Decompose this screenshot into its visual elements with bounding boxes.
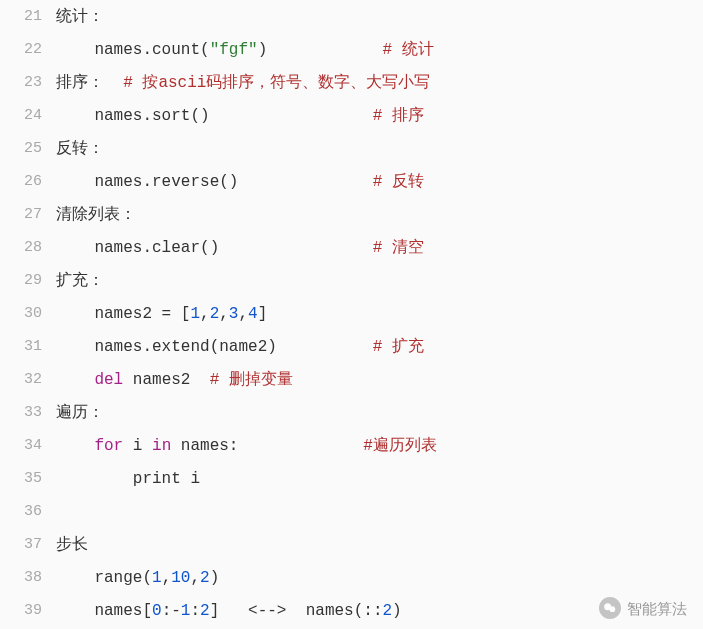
code-content: names.extend(name2) # 扩充 — [56, 339, 424, 355]
code-content: 反转： — [56, 141, 104, 157]
code-token: names.clear() — [56, 239, 373, 257]
code-token: i — [181, 470, 200, 488]
code-content: names[0:-1:2] <--> names(::2) — [56, 603, 402, 619]
code-token: names.extend(name2) — [56, 338, 373, 356]
code-line: 29扩充： — [0, 264, 703, 297]
code-line: 28 names.clear() # 清空 — [0, 231, 703, 264]
code-token: # 排序 — [373, 107, 424, 125]
line-number: 33 — [0, 405, 56, 420]
code-token: #遍历列表 — [363, 437, 437, 455]
code-token: # 按ascii码排序，符号、数字、大写小写 — [123, 74, 430, 92]
line-number: 31 — [0, 339, 56, 354]
code-token: 1 — [152, 569, 162, 587]
code-line: 37步长 — [0, 528, 703, 561]
code-content: names.clear() # 清空 — [56, 240, 424, 256]
code-line: 34 for i in names: #遍历列表 — [0, 429, 703, 462]
line-number: 37 — [0, 537, 56, 552]
code-token: for — [94, 437, 123, 455]
line-number: 38 — [0, 570, 56, 585]
code-line: 38 range(1,10,2) — [0, 561, 703, 594]
code-token: 4 — [248, 305, 258, 323]
code-content: del names2 # 删掉变量 — [56, 372, 293, 388]
code-token: # 扩充 — [373, 338, 424, 356]
code-token: , — [190, 569, 200, 587]
code-token: # 统计 — [382, 41, 433, 59]
line-number: 28 — [0, 240, 56, 255]
line-number: 22 — [0, 42, 56, 57]
line-number: 36 — [0, 504, 56, 519]
line-number: 30 — [0, 306, 56, 321]
code-token: 2 — [200, 569, 210, 587]
line-number: 21 — [0, 9, 56, 24]
code-line: 26 names.reverse() # 反转 — [0, 165, 703, 198]
code-token: names2 = [ — [56, 305, 190, 323]
code-token: 排序： — [56, 74, 123, 92]
code-token: 清除列表： — [56, 206, 136, 224]
code-content: 遍历： — [56, 405, 104, 421]
code-token: 扩充： — [56, 272, 104, 290]
watermark-label: 智能算法 — [627, 601, 687, 616]
line-number: 39 — [0, 603, 56, 618]
code-line: 23排序： # 按ascii码排序，符号、数字、大写小写 — [0, 66, 703, 99]
code-token: 1 — [190, 305, 200, 323]
code-line: 35 print i — [0, 462, 703, 495]
code-token: 1 — [181, 602, 191, 620]
code-token: names.reverse() — [56, 173, 373, 191]
code-token: , — [219, 305, 229, 323]
code-content: names.reverse() # 反转 — [56, 174, 424, 190]
code-token: del — [94, 371, 123, 389]
code-token: 10 — [171, 569, 190, 587]
code-content: 排序： # 按ascii码排序，符号、数字、大写小写 — [56, 75, 430, 91]
code-line: 39 names[0:-1:2] <--> names(::2) — [0, 594, 703, 627]
code-token — [56, 437, 94, 455]
code-token: # 清空 — [373, 239, 424, 257]
code-line: 21统计： — [0, 0, 703, 33]
code-token: 2 — [210, 305, 220, 323]
code-token: "fgf" — [210, 41, 258, 59]
code-line: 27清除列表： — [0, 198, 703, 231]
code-token: , — [200, 305, 210, 323]
wechat-icon — [599, 597, 621, 619]
code-token: ) — [258, 41, 383, 59]
code-line: 36 — [0, 495, 703, 528]
code-content: names2 = [1,2,3,4] — [56, 306, 267, 322]
code-token: ] <--> names(:: — [210, 602, 383, 620]
svg-point-1 — [609, 606, 615, 612]
code-token: names[ — [56, 602, 152, 620]
code-editor: 21统计：22 names.count("fgf") # 统计23排序： # 按… — [0, 0, 703, 629]
code-token: range( — [56, 569, 152, 587]
code-token: 步长 — [56, 536, 88, 554]
line-number: 25 — [0, 141, 56, 156]
code-token: 0 — [152, 602, 162, 620]
line-number: 34 — [0, 438, 56, 453]
code-line: 32 del names2 # 删掉变量 — [0, 363, 703, 396]
code-content: 统计： — [56, 9, 104, 25]
code-token: i — [123, 437, 152, 455]
code-token: ) — [392, 602, 402, 620]
code-token: 遍历： — [56, 404, 104, 422]
code-line: 31 names.extend(name2) # 扩充 — [0, 330, 703, 363]
code-token: names.sort() — [56, 107, 373, 125]
line-number: 27 — [0, 207, 56, 222]
line-number: 24 — [0, 108, 56, 123]
code-content: print i — [56, 471, 200, 487]
code-token: names: — [171, 437, 363, 455]
code-line: 22 names.count("fgf") # 统计 — [0, 33, 703, 66]
code-token: ] — [258, 305, 268, 323]
line-number: 32 — [0, 372, 56, 387]
code-token — [56, 470, 133, 488]
code-content: range(1,10,2) — [56, 570, 219, 586]
line-number: 35 — [0, 471, 56, 486]
code-content: 步长 — [56, 537, 88, 553]
code-token: :- — [162, 602, 181, 620]
code-content: 扩充： — [56, 273, 104, 289]
code-content: names.sort() # 排序 — [56, 108, 424, 124]
code-token: names2 — [123, 371, 209, 389]
code-token: names.count( — [56, 41, 210, 59]
code-line: 25反转： — [0, 132, 703, 165]
code-token: in — [152, 437, 171, 455]
code-token: # 反转 — [373, 173, 424, 191]
code-token: , — [162, 569, 172, 587]
line-number: 26 — [0, 174, 56, 189]
code-line: 30 names2 = [1,2,3,4] — [0, 297, 703, 330]
